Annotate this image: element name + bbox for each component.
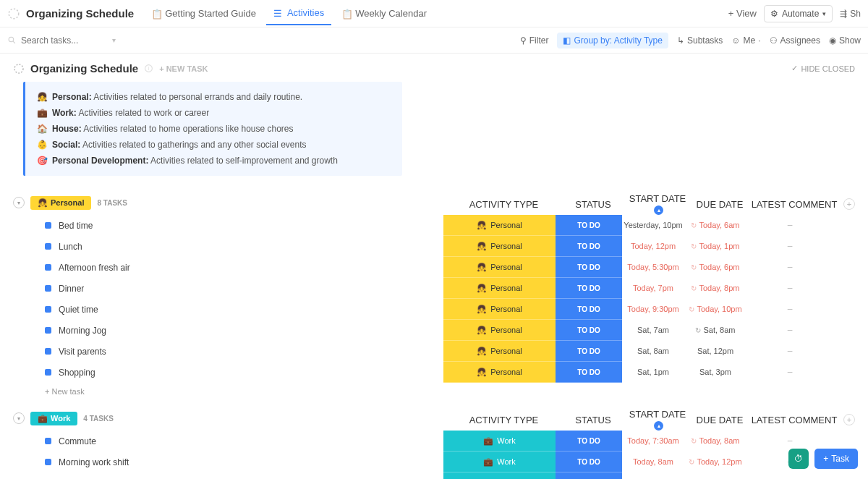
group-chip[interactable]: 💼Work (30, 412, 77, 425)
task-main[interactable]: Dinner (13, 278, 443, 299)
latest-comment-cell[interactable]: – (746, 278, 833, 299)
new-task-fab[interactable]: + Task (814, 449, 858, 469)
activity-type-cell[interactable]: 💼Work (443, 431, 556, 452)
activity-type-cell[interactable]: 👧Personal (443, 236, 556, 257)
status-cell[interactable]: TO DO (556, 431, 622, 452)
tab-weekly-calendar[interactable]: 📋Weekly Calendar (334, 2, 434, 25)
task-row[interactable]: Quiet time 👧Personal TO DO Today, 9:30pm… (13, 299, 855, 320)
status-cell[interactable]: TO DO (556, 362, 622, 383)
task-name[interactable]: Commute (59, 436, 96, 446)
tab-getting-started-guide[interactable]: 📋Getting Started Guide (144, 2, 263, 25)
status-cell[interactable]: TO DO (556, 472, 622, 479)
due-date-cell[interactable]: ↻Today, 6am (684, 215, 746, 236)
hide-closed-button[interactable]: ✓ HIDE CLOSED (791, 64, 855, 73)
collapse-button[interactable]: ▾ (13, 412, 25, 424)
tab-activities[interactable]: ☰Activities (266, 1, 331, 25)
col-start-date[interactable]: START DATE▴ (626, 409, 689, 431)
add-column-button[interactable]: + (843, 198, 855, 210)
task-main[interactable]: Commute (13, 431, 443, 452)
task-name[interactable]: Lunch (59, 242, 82, 252)
col-activity-type[interactable]: ACTIVITY TYPE (448, 199, 560, 210)
due-date-cell[interactable]: ↻Today, 10pm (684, 299, 746, 320)
activity-type-cell[interactable]: 👧Personal (443, 278, 556, 299)
due-date-cell[interactable]: ↻Today, 6pm (684, 257, 746, 278)
due-date-cell[interactable]: ↻Sat, 8am (684, 320, 746, 341)
status-cell[interactable]: TO DO (556, 320, 622, 341)
status-cell[interactable]: TO DO (556, 236, 622, 257)
latest-comment-cell[interactable]: – (746, 472, 833, 479)
latest-comment-cell[interactable]: – (746, 320, 833, 341)
task-row[interactable]: Shopping 👧Personal TO DO Sat, 1pm Sat, 3… (13, 362, 855, 383)
latest-comment-cell[interactable]: – (746, 257, 833, 278)
task-name[interactable]: Visit parents (59, 347, 106, 357)
status-cell[interactable]: TO DO (556, 452, 622, 472)
due-date-cell[interactable]: ↻Today, 12pm (684, 452, 746, 472)
col-due-date[interactable]: DUE DATE (689, 199, 751, 210)
due-date-cell[interactable]: ↻Today, 8pm (684, 278, 746, 299)
task-main[interactable]: Visit parents (13, 341, 443, 362)
due-date-cell[interactable]: ↻Today, 5pm (684, 472, 746, 479)
task-row[interactable]: Commute 💼Work TO DO Today, 7:30am ↻Today… (13, 431, 855, 452)
start-date-cell[interactable]: Yesterday, 10pm (622, 215, 684, 236)
start-date-cell[interactable]: Sat, 8am (622, 341, 684, 362)
col-latest-comment[interactable]: LATEST COMMENT (751, 199, 838, 210)
task-row[interactable]: Lunch 👧Personal TO DO Today, 12pm ↻Today… (13, 236, 855, 257)
task-name[interactable]: Morning Jog (59, 326, 106, 336)
col-activity-type[interactable]: ACTIVITY TYPE (448, 415, 560, 425)
activity-type-cell[interactable]: 👧Personal (443, 341, 556, 362)
start-date-cell[interactable]: Today, 7:30am (622, 431, 684, 452)
status-cell[interactable]: TO DO (556, 299, 622, 320)
activity-type-cell[interactable]: 👧Personal (443, 257, 556, 278)
col-due-date[interactable]: DUE DATE (689, 415, 751, 425)
info-icon[interactable]: i (144, 64, 153, 73)
new-task-button[interactable]: + NEW TASK (159, 64, 208, 73)
status-square[interactable] (45, 327, 51, 334)
task-name[interactable]: Morning work shift (59, 457, 129, 467)
due-date-cell[interactable]: ↻Today, 1pm (684, 236, 746, 257)
automate-button[interactable]: ⚙ Automate ▾ (764, 5, 833, 22)
task-main[interactable]: Lunch (13, 236, 443, 257)
task-row[interactable]: Dinner 👧Personal TO DO Today, 7pm ↻Today… (13, 278, 855, 299)
start-date-cell[interactable]: Sat, 7am (622, 320, 684, 341)
start-date-cell[interactable]: Today, 12pm (622, 236, 684, 257)
status-square[interactable] (45, 264, 51, 271)
col-status[interactable]: STATUS (560, 415, 626, 425)
start-date-cell[interactable]: Today, 8am (622, 452, 684, 472)
task-main[interactable]: Quiet time (13, 299, 443, 320)
latest-comment-cell[interactable]: – (746, 362, 833, 383)
share-button[interactable]: ⇶ Sh (840, 9, 861, 19)
task-name[interactable]: Afternoon fresh air (59, 263, 130, 273)
show-button[interactable]: ◉Show (829, 35, 861, 46)
status-square[interactable] (45, 438, 51, 444)
due-date-cell[interactable]: Sat, 12pm (684, 341, 746, 362)
task-row[interactable]: Morning Jog 👧Personal TO DO Sat, 7am ↻Sa… (13, 320, 855, 341)
task-name[interactable]: Bed time (59, 221, 93, 231)
me-button[interactable]: ☺Me · (731, 35, 760, 46)
add-view-button[interactable]: + View (721, 2, 764, 25)
activity-type-cell[interactable]: 👧Personal (443, 215, 556, 236)
add-column-button[interactable]: + (843, 414, 855, 425)
task-row[interactable]: Afternoon work shift 💼Work TO DO Today, … (13, 472, 855, 479)
status-square[interactable] (45, 285, 51, 292)
activity-type-cell[interactable]: 💼Work (443, 472, 556, 479)
start-date-cell[interactable]: Today, 7pm (622, 278, 684, 299)
task-main[interactable]: Afternoon fresh air (13, 257, 443, 278)
status-square[interactable] (45, 459, 51, 465)
task-row[interactable]: Bed time 👧Personal TO DO Yesterday, 10pm… (13, 215, 855, 236)
task-main[interactable]: Shopping (13, 362, 443, 383)
search-input[interactable] (21, 35, 108, 46)
latest-comment-cell[interactable]: – (746, 341, 833, 362)
latest-comment-cell[interactable]: – (746, 299, 833, 320)
task-row[interactable]: Visit parents 👧Personal TO DO Sat, 8am S… (13, 341, 855, 362)
task-main[interactable]: Afternoon work shift (13, 472, 443, 479)
task-row[interactable]: Afternoon fresh air 👧Personal TO DO Toda… (13, 257, 855, 278)
start-date-cell[interactable]: Today, 5:30pm (622, 257, 684, 278)
new-task-inline[interactable]: + New task (13, 383, 855, 396)
chevron-down-icon[interactable]: ▾ (112, 36, 116, 44)
col-latest-comment[interactable]: LATEST COMMENT (751, 415, 838, 425)
col-status[interactable]: STATUS (560, 199, 626, 210)
task-main[interactable]: Bed time (13, 215, 443, 236)
task-name[interactable]: Shopping (59, 368, 95, 378)
latest-comment-cell[interactable]: – (746, 215, 833, 236)
activity-type-cell[interactable]: 💼Work (443, 452, 556, 472)
